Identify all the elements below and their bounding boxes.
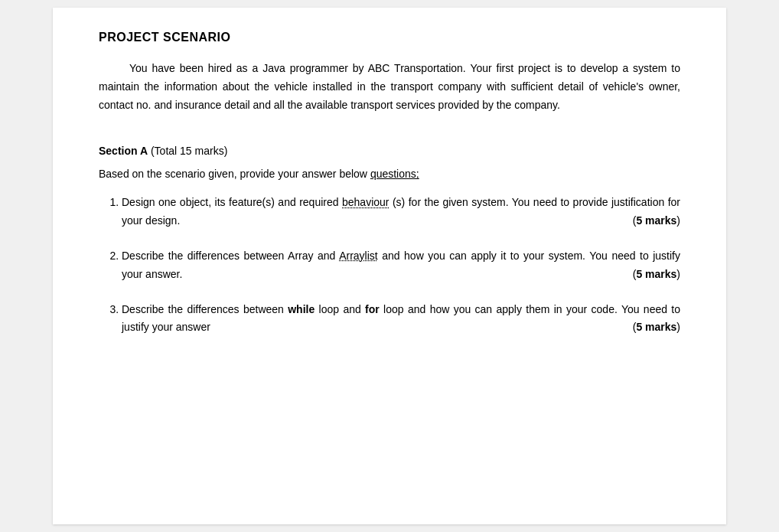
q3-marks: (5 marks) — [567, 318, 680, 337]
q3-text-main: Describe the differences between — [122, 303, 288, 315]
questions-list: Design one object, its feature(s) and re… — [99, 194, 680, 337]
q2-marks: (5 marks) — [567, 266, 680, 284]
question-3: Describe the differences between while l… — [122, 301, 680, 338]
page-container: PROJECT SCENARIO You have been hired as … — [53, 8, 726, 524]
project-title: PROJECT SCENARIO — [99, 31, 680, 44]
section-intro-text: Based on the scenario given, provide you… — [99, 168, 370, 180]
section-label-rest: (Total 15 marks) — [148, 145, 227, 157]
questions-underline: questions; — [370, 168, 419, 180]
question-1: Design one object, its feature(s) and re… — [122, 194, 680, 230]
q1-underline-word: behaviour — [342, 196, 390, 208]
section-label-bold: Section A — [99, 145, 148, 157]
q3-bold2: for — [365, 303, 380, 315]
intro-paragraph: You have been hired as a Java programmer… — [99, 60, 680, 114]
section-heading: Section A (Total 15 marks) — [99, 145, 680, 157]
q2-underline-word: Arraylist — [339, 250, 378, 262]
q2-text-before: Describe the differences between Array a… — [122, 250, 339, 262]
q3-text-mid: loop and — [315, 303, 365, 315]
q3-bold1: while — [288, 303, 315, 315]
section-intro: Based on the scenario given, provide you… — [99, 168, 680, 180]
question-2: Describe the differences between Array a… — [122, 247, 680, 284]
q1-text-before: Design one object, its feature(s) and re… — [122, 196, 342, 208]
q1-marks: (5 marks) — [567, 212, 680, 230]
